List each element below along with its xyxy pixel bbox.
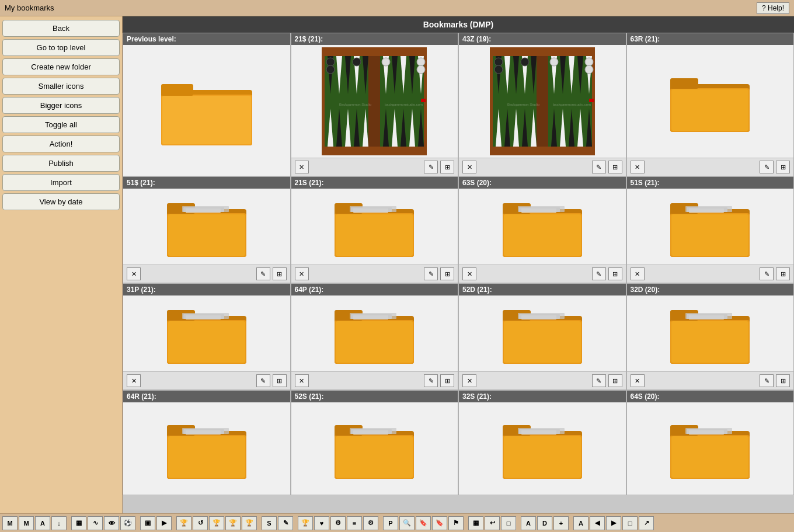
cell-body-52d[interactable] xyxy=(459,295,626,371)
cell-body-32s[interactable] xyxy=(459,402,626,495)
sidebar-btn-bigger-icons[interactable]: Bigger icons xyxy=(2,97,120,114)
bottom-toolbar-btn-28[interactable]: ↩ xyxy=(485,516,500,530)
bottom-toolbar-btn-3[interactable]: ↓ xyxy=(51,516,67,530)
bottom-toolbar-btn-12[interactable]: 🏆 xyxy=(209,516,224,530)
bottom-toolbar-btn-22[interactable]: P xyxy=(383,516,398,530)
delete-button-32d[interactable]: ✕ xyxy=(631,374,645,387)
bottom-toolbar-btn-6[interactable]: 👁 xyxy=(104,516,119,530)
bottom-toolbar-btn-4[interactable]: ▦ xyxy=(71,516,86,530)
cell-body-63r-1[interactable] xyxy=(627,45,794,158)
sidebar-btn-import[interactable]: Import xyxy=(2,174,120,191)
delete-button-52d[interactable]: ✕ xyxy=(462,374,476,387)
bottom-toolbar-btn-34[interactable]: ◀ xyxy=(590,516,605,530)
delete-button-21s-2[interactable]: ✕ xyxy=(295,267,309,280)
bottom-toolbar-btn-10[interactable]: 🏆 xyxy=(176,516,191,530)
sidebar-btn-publish[interactable]: Publish xyxy=(2,155,120,172)
bottom-toolbar-btn-19[interactable]: ⚙ xyxy=(330,516,346,530)
bottom-toolbar-btn-2[interactable]: A xyxy=(35,516,50,530)
delete-button-21s-1[interactable]: ✕ xyxy=(295,161,309,173)
bottom-toolbar-btn-33[interactable]: A xyxy=(573,516,588,530)
cell-body-51s-1[interactable] xyxy=(123,189,290,265)
sidebar-btn-back[interactable]: Back xyxy=(2,20,120,37)
image-button-21s-2[interactable]: ⊞ xyxy=(440,267,454,280)
cell-body-21s-2[interactable] xyxy=(291,189,458,265)
image-button-64p[interactable]: ⊞ xyxy=(440,374,454,387)
cell-body-64r[interactable] xyxy=(123,402,290,495)
delete-button-51s-2[interactable]: ✕ xyxy=(631,267,645,280)
image-button-31p[interactable]: ⊞ xyxy=(273,374,287,387)
bottom-toolbar-btn-24[interactable]: 🔖 xyxy=(416,516,431,530)
bottom-toolbar-btn-37[interactable]: ↗ xyxy=(639,516,654,530)
edit-button-63r-1[interactable]: ✎ xyxy=(760,161,774,173)
bottom-toolbar-btn-35[interactable]: ▶ xyxy=(606,516,621,530)
delete-button-64p[interactable]: ✕ xyxy=(295,374,309,387)
bottom-toolbar-btn-26[interactable]: ⚑ xyxy=(448,516,464,530)
edit-button-21s-1[interactable]: ✎ xyxy=(424,161,438,173)
image-button-32d[interactable]: ⊞ xyxy=(776,374,790,387)
sidebar-btn-toggle-all[interactable]: Toggle all xyxy=(2,116,120,133)
image-button-51s-1[interactable]: ⊞ xyxy=(273,267,287,280)
image-button-51s-2[interactable]: ⊞ xyxy=(776,267,790,280)
bottom-toolbar-btn-16[interactable]: ✎ xyxy=(278,516,293,530)
sidebar-btn-view-date[interactable]: View by date xyxy=(2,193,120,210)
help-button[interactable]: ? Help! xyxy=(757,2,789,14)
delete-button-51s-1[interactable]: ✕ xyxy=(127,267,141,280)
edit-button-31p[interactable]: ✎ xyxy=(256,374,270,387)
sidebar-btn-go-top[interactable]: Go to top level xyxy=(2,39,120,56)
bottom-toolbar-btn-31[interactable]: D xyxy=(537,516,552,530)
edit-button-51s-1[interactable]: ✎ xyxy=(256,267,270,280)
cell-body-64p[interactable] xyxy=(291,295,458,371)
image-button-21s-1[interactable]: ⊞ xyxy=(440,161,454,173)
cell-body-63s-1[interactable] xyxy=(459,189,626,265)
bottom-toolbar-btn-8[interactable]: ▣ xyxy=(140,516,155,530)
bottom-toolbar-btn-23[interactable]: 🔍 xyxy=(399,516,415,530)
edit-button-52d[interactable]: ✎ xyxy=(592,374,606,387)
svg-rect-143 xyxy=(350,428,396,434)
bottom-toolbar-btn-30[interactable]: A xyxy=(521,516,536,530)
image-button-63s-1[interactable]: ⊞ xyxy=(608,267,622,280)
bottom-toolbar-btn-25[interactable]: 🔖 xyxy=(432,516,447,530)
bottom-toolbar-btn-17[interactable]: 🏆 xyxy=(298,516,313,530)
cell-body-prev[interactable] xyxy=(123,45,290,176)
edit-button-21s-2[interactable]: ✎ xyxy=(424,267,438,280)
bottom-toolbar-btn-32[interactable]: + xyxy=(553,516,569,530)
delete-button-43z[interactable]: ✕ xyxy=(462,161,476,173)
cell-body-64s[interactable] xyxy=(627,402,794,495)
bottom-toolbar-btn-7[interactable]: ⚽ xyxy=(120,516,135,530)
image-button-43z[interactable]: ⊞ xyxy=(608,161,622,173)
sidebar-btn-create-folder[interactable]: Create new folder xyxy=(2,58,120,75)
edit-button-64p[interactable]: ✎ xyxy=(424,374,438,387)
content-scroll[interactable]: Previous level: 21$ (21): xyxy=(123,33,794,513)
bottom-toolbar-btn-36[interactable]: □ xyxy=(622,516,638,530)
bottom-toolbar-btn-18[interactable]: ♥ xyxy=(314,516,329,530)
bottom-toolbar-btn-5[interactable]: ∿ xyxy=(88,516,103,530)
bottom-toolbar-btn-27[interactable]: ▦ xyxy=(468,516,483,530)
bottom-toolbar-btn-1[interactable]: M xyxy=(19,516,34,530)
bottom-toolbar-btn-13[interactable]: 🏆 xyxy=(225,516,241,530)
image-button-63r-1[interactable]: ⊞ xyxy=(776,161,790,173)
edit-button-32d[interactable]: ✎ xyxy=(760,374,774,387)
bottom-toolbar-btn-29[interactable]: □ xyxy=(501,516,516,530)
bottom-toolbar-btn-11[interactable]: ↺ xyxy=(193,516,208,530)
edit-button-43z[interactable]: ✎ xyxy=(592,161,606,173)
cell-body-32d[interactable] xyxy=(627,295,794,371)
delete-button-31p[interactable]: ✕ xyxy=(127,374,141,387)
cell-body-31p[interactable] xyxy=(123,295,290,371)
edit-button-63s-1[interactable]: ✎ xyxy=(592,267,606,280)
bottom-toolbar-btn-21[interactable]: ⚙ xyxy=(363,516,378,530)
bottom-toolbar-btn-20[interactable]: ≡ xyxy=(347,516,362,530)
bottom-toolbar-btn-14[interactable]: 🏆 xyxy=(242,516,257,530)
cell-body-21s-1[interactable]: Backgammon Studio backgammonstudio.com xyxy=(291,45,458,158)
bottom-toolbar-btn-0[interactable]: M xyxy=(2,516,18,530)
sidebar-btn-action[interactable]: Action! xyxy=(2,135,120,152)
sidebar-btn-smaller-icons[interactable]: Smaller icons xyxy=(2,78,120,95)
cell-body-51s-2[interactable] xyxy=(627,189,794,265)
edit-button-51s-2[interactable]: ✎ xyxy=(760,267,774,280)
cell-body-52s[interactable] xyxy=(291,402,458,495)
delete-button-63r-1[interactable]: ✕ xyxy=(631,161,645,173)
bottom-toolbar-btn-9[interactable]: ▶ xyxy=(156,516,172,530)
image-button-52d[interactable]: ⊞ xyxy=(608,374,622,387)
cell-body-43z[interactable]: Backgammon Studio backgammonstudio.com xyxy=(459,45,626,158)
delete-button-63s-1[interactable]: ✕ xyxy=(462,267,476,280)
bottom-toolbar-btn-15[interactable]: S xyxy=(262,516,277,530)
